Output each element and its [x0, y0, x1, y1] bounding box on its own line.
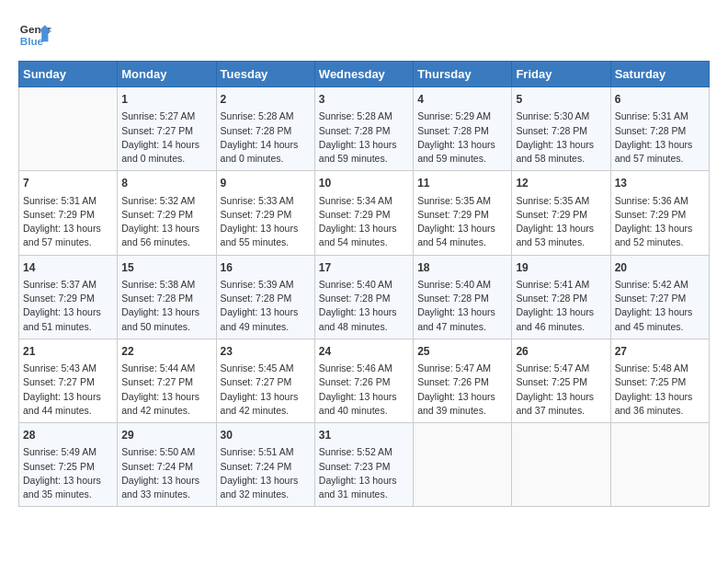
day-info: Sunset: 7:28 PM — [221, 292, 311, 305]
day-info: Daylight: 13 hours — [23, 390, 113, 404]
day-info: and 39 minutes. — [417, 404, 507, 418]
day-info: Sunset: 7:28 PM — [417, 292, 507, 305]
day-cell — [512, 423, 610, 507]
day-info: Sunrise: 5:52 AM — [319, 445, 409, 459]
col-header-sunday: Sunday — [19, 62, 118, 87]
day-info: Sunset: 7:27 PM — [23, 375, 113, 389]
svg-text:Blue: Blue — [20, 35, 44, 47]
day-info: Sunset: 7:25 PM — [615, 375, 705, 389]
day-info: Daylight: 13 hours — [221, 305, 311, 319]
day-info: Sunset: 7:26 PM — [319, 375, 409, 389]
day-info: Sunset: 7:28 PM — [121, 292, 211, 305]
day-info: Sunset: 7:27 PM — [121, 375, 211, 389]
day-cell — [19, 87, 118, 171]
day-cell: 17Sunrise: 5:40 AMSunset: 7:28 PMDayligh… — [314, 255, 413, 339]
day-info: Sunset: 7:28 PM — [319, 292, 409, 305]
day-number: 22 — [121, 344, 211, 360]
day-info: Daylight: 13 hours — [615, 138, 705, 152]
day-info: Sunrise: 5:42 AM — [615, 278, 705, 292]
logo-icon: General Blue — [18, 18, 51, 52]
day-cell: 29Sunrise: 5:50 AMSunset: 7:24 PMDayligh… — [118, 423, 216, 507]
day-info: Sunrise: 5:49 AM — [23, 445, 113, 459]
day-number: 24 — [319, 344, 409, 360]
day-info: and 58 minutes. — [516, 152, 606, 166]
day-info: and 33 minutes. — [121, 488, 211, 501]
day-info: Daylight: 13 hours — [121, 474, 211, 488]
day-info: Sunrise: 5:31 AM — [23, 194, 113, 208]
day-info: Sunrise: 5:33 AM — [221, 194, 311, 208]
day-number: 8 — [121, 176, 211, 191]
day-info: Daylight: 13 hours — [319, 474, 409, 488]
day-info: Sunset: 7:28 PM — [319, 124, 409, 138]
day-cell: 3Sunrise: 5:28 AMSunset: 7:28 PMDaylight… — [314, 87, 413, 171]
day-cell: 6Sunrise: 5:31 AMSunset: 7:28 PMDaylight… — [610, 87, 709, 171]
day-info: and 46 minutes. — [516, 320, 606, 334]
day-cell: 11Sunrise: 5:35 AMSunset: 7:29 PMDayligh… — [414, 171, 512, 255]
day-info: Sunrise: 5:37 AM — [23, 278, 113, 292]
day-info: Sunrise: 5:51 AM — [221, 445, 311, 459]
day-info: Daylight: 13 hours — [516, 222, 606, 236]
day-info: Sunrise: 5:27 AM — [121, 109, 211, 123]
day-info: and 44 minutes. — [23, 404, 113, 418]
day-info: Sunrise: 5:41 AM — [516, 278, 606, 292]
day-info: Daylight: 13 hours — [319, 138, 409, 152]
day-info: Sunset: 7:29 PM — [23, 292, 113, 305]
day-info: Daylight: 13 hours — [516, 305, 606, 319]
calendar-table: SundayMondayTuesdayWednesdayThursdayFrid… — [18, 61, 710, 507]
col-header-monday: Monday — [118, 62, 216, 87]
day-cell: 9Sunrise: 5:33 AMSunset: 7:29 PMDaylight… — [216, 171, 314, 255]
day-info: and 57 minutes. — [615, 152, 705, 166]
day-number: 15 — [121, 260, 211, 276]
day-info: Sunrise: 5:43 AM — [23, 362, 113, 375]
day-info: Sunset: 7:28 PM — [516, 124, 606, 138]
day-cell: 14Sunrise: 5:37 AMSunset: 7:29 PMDayligh… — [19, 255, 118, 339]
day-info: Sunrise: 5:32 AM — [121, 194, 211, 208]
day-cell: 8Sunrise: 5:32 AMSunset: 7:29 PMDaylight… — [118, 171, 216, 255]
day-info: Daylight: 13 hours — [417, 390, 507, 404]
day-number: 30 — [221, 428, 311, 443]
day-cell: 18Sunrise: 5:40 AMSunset: 7:28 PMDayligh… — [414, 255, 512, 339]
day-info: Sunset: 7:28 PM — [221, 124, 311, 138]
day-info: Sunset: 7:24 PM — [221, 460, 311, 474]
day-number: 10 — [319, 176, 409, 191]
day-info: Sunset: 7:27 PM — [615, 292, 705, 305]
day-number: 1 — [121, 92, 211, 108]
day-cell: 30Sunrise: 5:51 AMSunset: 7:24 PMDayligh… — [216, 423, 314, 507]
day-cell: 13Sunrise: 5:36 AMSunset: 7:29 PMDayligh… — [610, 171, 709, 255]
day-info: Sunrise: 5:28 AM — [319, 109, 409, 123]
col-header-saturday: Saturday — [610, 62, 709, 87]
day-info: Sunrise: 5:50 AM — [121, 445, 211, 459]
day-info: Sunrise: 5:30 AM — [516, 109, 606, 123]
day-info: and 51 minutes. — [23, 320, 113, 334]
logo: General Blue — [18, 18, 51, 52]
page-header: General Blue — [18, 18, 710, 52]
day-info: and 35 minutes. — [23, 488, 113, 501]
day-cell: 28Sunrise: 5:49 AMSunset: 7:25 PMDayligh… — [19, 423, 118, 507]
day-info: and 49 minutes. — [221, 320, 311, 334]
day-number: 25 — [417, 344, 507, 360]
day-cell: 23Sunrise: 5:45 AMSunset: 7:27 PMDayligh… — [216, 339, 314, 422]
day-cell: 20Sunrise: 5:42 AMSunset: 7:27 PMDayligh… — [610, 255, 709, 339]
calendar-header-row: SundayMondayTuesdayWednesdayThursdayFrid… — [19, 62, 710, 87]
col-header-tuesday: Tuesday — [216, 62, 314, 87]
day-number: 23 — [221, 344, 311, 360]
day-cell: 16Sunrise: 5:39 AMSunset: 7:28 PMDayligh… — [216, 255, 314, 339]
day-info: Daylight: 13 hours — [516, 390, 606, 404]
day-number: 20 — [615, 260, 705, 276]
day-info: Sunset: 7:26 PM — [417, 375, 507, 389]
day-info: Daylight: 13 hours — [23, 305, 113, 319]
day-number: 31 — [319, 428, 409, 443]
col-header-friday: Friday — [512, 62, 610, 87]
day-cell: 21Sunrise: 5:43 AMSunset: 7:27 PMDayligh… — [19, 339, 118, 422]
day-info: Daylight: 14 hours — [121, 138, 211, 152]
day-cell: 27Sunrise: 5:48 AMSunset: 7:25 PMDayligh… — [610, 339, 709, 422]
day-cell — [414, 423, 512, 507]
day-info: Sunset: 7:29 PM — [516, 208, 606, 222]
day-info: Daylight: 13 hours — [23, 222, 113, 236]
day-number: 4 — [417, 92, 507, 108]
day-info: and 50 minutes. — [121, 320, 211, 334]
day-info: Sunset: 7:24 PM — [121, 460, 211, 474]
day-info: Sunset: 7:28 PM — [417, 124, 507, 138]
day-info: Sunrise: 5:47 AM — [417, 362, 507, 375]
day-info: Sunrise: 5:35 AM — [417, 194, 507, 208]
